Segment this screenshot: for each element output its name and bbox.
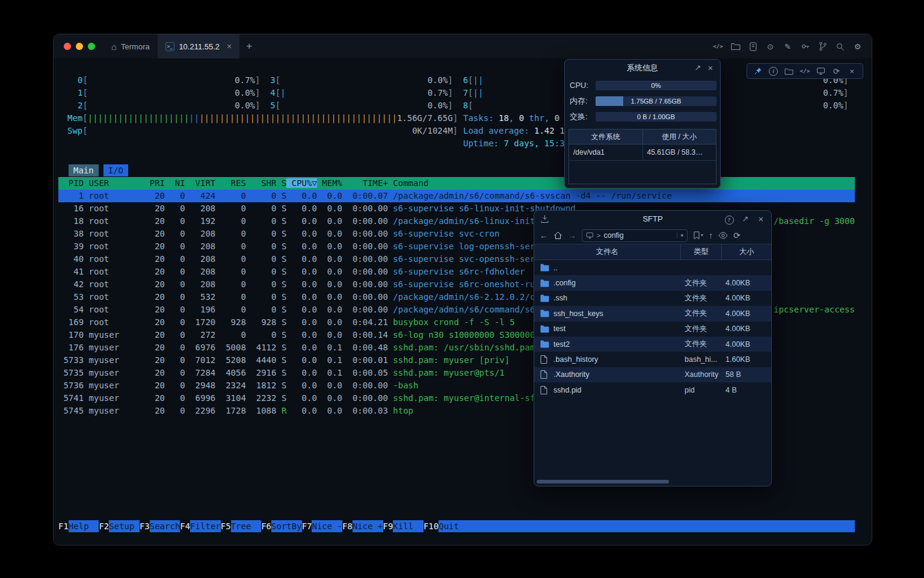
filesystem-usage: 45.61GB / 58.3… [643,144,716,160]
cpu-label: CPU: [570,81,588,90]
code-icon[interactable]: </> [713,42,723,52]
panel-header: 系统信息 ↗ × [565,60,720,76]
swap-usage-row: 交换: 0 B / 1.00GB [568,112,716,122]
file-icon [540,355,549,364]
search-icon[interactable] [835,42,845,52]
close-icon[interactable]: × [847,66,857,76]
fkey-label: F1 [58,520,69,532]
fkey-action-button[interactable]: Search [150,520,180,532]
download-icon[interactable] [540,214,549,223]
show-hidden-icon[interactable] [718,232,728,239]
fkey-label: F7 [302,520,312,532]
file-row[interactable]: .. [534,260,771,275]
fkey-action-button[interactable]: Help [69,520,99,532]
memory-usage-value: 1.75GB / 7.65GB [596,96,716,106]
fkey-label: F9 [383,520,393,532]
fkey-action-button[interactable]: Nice - [312,520,342,532]
record-icon[interactable]: ⊙ [765,42,775,52]
folder-icon [540,279,549,287]
monitor-icon[interactable] [816,66,826,76]
file-size: 4.00KB [722,325,771,333]
file-size: 58 B [722,370,771,379]
settings-icon[interactable]: ⚙ [852,42,863,52]
file-row[interactable]: test文件夹4.00KB [534,322,771,337]
forward-icon[interactable]: → [568,231,576,240]
info-icon[interactable]: i [768,66,778,76]
file-size: 1.60KB [722,355,771,364]
file-row[interactable]: .config文件夹4.00KB [534,275,771,290]
code-icon[interactable]: </> [800,66,810,76]
file-name: test [553,325,565,333]
col-filename[interactable]: 文件名 [534,244,681,259]
tab-session[interactable]: >_ 10.211.55.2 × [158,34,240,58]
file-row[interactable]: ssh_host_keys文件夹4.00KB [534,306,771,321]
fkey-label: F2 [99,520,109,532]
uptime: Uptime: 7 days, 15:3 [463,137,565,150]
system-info-panel: 系统信息 ↗ × CPU: 0% 内存: 1.75GB / 7.65GB 交换:… [564,59,721,188]
file-row[interactable]: sshd.pidpid4 B [534,382,771,397]
process-row[interactable]: 1 root 20 0 424 0 0 S 0.0 0.0 0:00.07 /p… [58,190,855,202]
key-icon[interactable] [800,42,810,52]
file-row[interactable]: .ssh文件夹4.00KB [534,291,771,306]
close-icon[interactable]: × [706,63,715,72]
edit-icon[interactable]: ✎ [783,42,793,52]
home-icon[interactable] [553,231,562,240]
panel-icon-strip: i </> ⟳ × [747,63,863,79]
file-row[interactable]: test2文件夹4.00KB [534,337,771,352]
fkey-label: F8 [342,520,353,532]
file-size: 4.00KB [722,340,771,349]
fkey-action-button[interactable]: Nice + [353,520,383,532]
pin-icon[interactable] [753,66,763,76]
new-tab-button[interactable]: + [239,40,259,52]
close-icon[interactable]: × [756,214,766,223]
zoom-window-button[interactable] [88,43,95,50]
htop-tab-io[interactable]: I/O [103,164,128,176]
folder-icon[interactable] [784,66,794,76]
up-directory-icon[interactable]: ↑ [709,231,713,240]
fkey-action-button[interactable]: Setup [109,520,140,532]
file-row[interactable]: .bash_historybash_hi...1.60KB [534,352,771,367]
col-filesystem: 文件系统 [569,129,643,144]
file-type: 文件夹 [681,324,722,334]
computer-icon [586,232,594,239]
branch-icon[interactable] [818,42,828,52]
file-row[interactable]: .XauthorityXauthority58 B [534,367,771,382]
fkey-action-button[interactable]: Quit [439,520,469,532]
folder-icon [540,325,549,333]
close-tab-icon[interactable]: × [227,42,232,51]
sftp-window: SFTP ? ↗ × ← → > config ▾ ▾ ↑ ⟳ 文件名 类型 大… [534,210,772,486]
chevron-down-icon[interactable]: ▾ [677,232,683,238]
htop-tab-main[interactable]: Main [69,164,99,176]
htop-function-bar: F1Help F2Setup F3SearchF4FilterF5Tree F6… [58,520,855,532]
refresh-icon[interactable]: ⟳ [831,66,842,76]
fkey-action-button[interactable]: Tree [231,520,262,532]
path-breadcrumb[interactable]: > config ▾ [582,229,688,242]
open-in-window-icon[interactable]: ↗ [741,214,750,223]
refresh-icon[interactable]: ⟳ [733,231,741,240]
bookmark-icon[interactable]: ▾ [693,231,703,240]
col-size[interactable]: 大小 [722,244,771,259]
filesystem-row[interactable]: /dev/vda1 45.61GB / 58.3… [569,144,716,161]
fkey-label: F3 [140,520,150,532]
fkey-action-button[interactable]: Kill [393,520,424,532]
help-icon[interactable]: ? [724,214,734,225]
open-in-window-icon[interactable]: ↗ [693,63,703,72]
file-name: ssh_host_keys [553,309,603,318]
tab-home[interactable]: ⌂ Termora [103,34,158,58]
fkey-label: F5 [221,520,231,532]
sftp-title: SFTP [642,214,662,223]
command-overflow-text: /basedir -g 3000 [774,215,855,228]
close-window-button[interactable] [64,43,71,50]
col-type[interactable]: 类型 [681,244,722,259]
fkey-action-button[interactable]: SortBy [271,520,302,532]
minimize-window-button[interactable] [76,43,83,50]
horizontal-scrollbar[interactable] [535,480,770,484]
folder-icon[interactable] [730,42,741,52]
fkey-action-button[interactable]: Filter [190,520,221,532]
back-icon[interactable]: ← [540,231,548,240]
scrollbar-thumb[interactable] [537,480,669,483]
swap-usage-value: 0 B / 1.00GB [596,112,716,122]
journal-icon[interactable] [748,42,758,52]
process-table-header[interactable]: PID USER PRI NI VIRT RES SHR S CPU%▽ MEM… [58,177,855,190]
tasks-summary: Tasks: 18, 0 thr, 0 [463,112,559,125]
